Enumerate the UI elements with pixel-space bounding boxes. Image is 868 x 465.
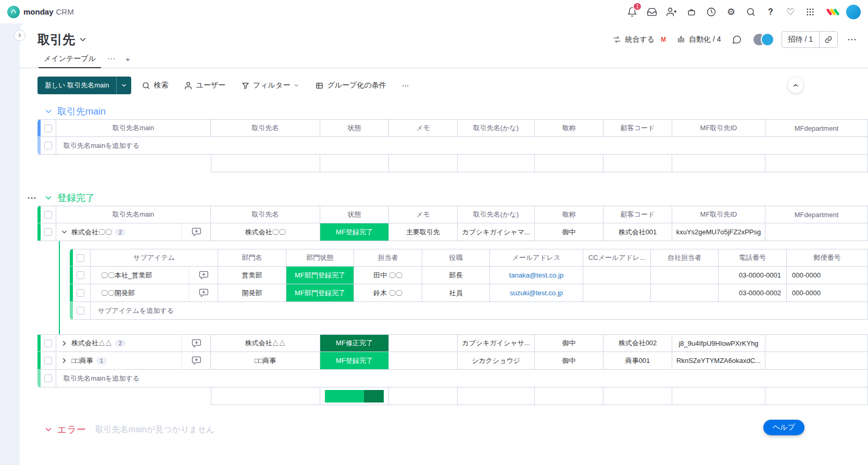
filter-button[interactable]: フィルター bbox=[236, 77, 305, 94]
invite-button[interactable]: 招待 / 1 bbox=[782, 32, 819, 47]
user-avatar[interactable] bbox=[846, 5, 861, 19]
honorific-cell[interactable]: 御中 bbox=[535, 334, 603, 352]
column-header[interactable]: メモ bbox=[389, 206, 458, 223]
kana-cell[interactable]: シカクショウジ bbox=[458, 352, 535, 370]
column-header[interactable]: MF取引先ID bbox=[672, 206, 765, 223]
add-view-button[interactable]: + bbox=[120, 55, 135, 68]
person-cell[interactable]: 田中 〇〇 bbox=[354, 267, 422, 284]
help-button[interactable]: ヘルプ bbox=[763, 420, 804, 435]
honorific-cell[interactable]: 御中 bbox=[535, 223, 603, 241]
group-chevron-icon[interactable] bbox=[44, 107, 53, 116]
group-drag-handle[interactable]: ⋯ bbox=[27, 192, 37, 204]
help-menu-button[interactable]: ? bbox=[763, 4, 778, 20]
subitem-row[interactable]: 〇〇開発部 開発部 MF部門登録完了 鈴木 〇〇 社員 suzuki@test.… bbox=[70, 284, 868, 302]
board-members[interactable] bbox=[752, 33, 774, 46]
add-item-button[interactable]: 取引先名mainを追加する bbox=[56, 137, 868, 155]
monday-product-icon[interactable] bbox=[825, 5, 840, 19]
status-cell[interactable]: MF部門登録完了 bbox=[286, 267, 354, 284]
open-updates-button[interactable] bbox=[181, 352, 210, 369]
email-cell[interactable]: suzuki@test.co.jp bbox=[490, 284, 583, 302]
owner-cell[interactable] bbox=[651, 267, 719, 284]
search-button[interactable] bbox=[743, 4, 759, 20]
subitem-name[interactable]: 〇〇開発部 bbox=[101, 288, 135, 298]
person-cell[interactable]: 鈴木 〇〇 bbox=[354, 284, 422, 302]
mf-department-cell[interactable] bbox=[765, 223, 868, 241]
customer-code-cell[interactable]: 株式会社001 bbox=[603, 223, 672, 241]
favorites-button[interactable]: ♡ bbox=[783, 4, 798, 20]
open-updates-button[interactable] bbox=[181, 223, 210, 241]
discussion-button[interactable] bbox=[728, 31, 745, 48]
mf-department-cell[interactable] bbox=[765, 352, 868, 370]
integrate-button[interactable]: 統合する M bbox=[612, 34, 669, 45]
select-all-checkbox[interactable] bbox=[44, 124, 52, 132]
column-header[interactable]: 郵便番号 bbox=[787, 249, 868, 267]
zip-cell[interactable]: 000-0000 bbox=[787, 284, 868, 302]
add-subitem-button[interactable]: サブアイテムを追加する bbox=[91, 302, 868, 320]
column-header[interactable]: サブアイテム bbox=[91, 249, 218, 267]
open-updates-button[interactable] bbox=[188, 284, 218, 301]
honorific-cell[interactable]: 御中 bbox=[535, 352, 603, 370]
zip-cell[interactable]: 000-0000 bbox=[787, 267, 868, 284]
group-title-error[interactable]: エラー 取引先名mainが見つかりません bbox=[44, 423, 868, 436]
status-cell[interactable]: MF部門登録完了 bbox=[286, 284, 354, 302]
group-title-registered[interactable]: ⋯ 登録完了 bbox=[44, 191, 868, 205]
column-header[interactable]: 取引先名 bbox=[211, 119, 320, 137]
column-header[interactable]: 役職 bbox=[422, 249, 490, 267]
open-updates-button[interactable] bbox=[181, 335, 210, 351]
customer-code-cell[interactable]: 商事001 bbox=[603, 352, 672, 370]
collapse-header-button[interactable] bbox=[788, 78, 803, 93]
row-checkbox[interactable] bbox=[44, 228, 52, 236]
column-header[interactable]: 取引先名 bbox=[211, 206, 320, 223]
notifications-button[interactable]: 1 bbox=[624, 4, 640, 20]
column-header[interactable]: MFdepartment bbox=[765, 119, 868, 137]
column-header[interactable]: MF取引先ID bbox=[672, 119, 765, 137]
settings-button[interactable]: ⚙ bbox=[723, 4, 739, 20]
new-item-button[interactable]: 新しい 取引先名main bbox=[37, 77, 131, 94]
open-updates-button[interactable] bbox=[188, 267, 218, 284]
status-cell[interactable]: MF登録完了 bbox=[320, 352, 389, 370]
product-switcher-button[interactable] bbox=[802, 4, 818, 20]
mf-id-cell[interactable]: kxuYs2geMU7o5jFZ2xPPsg bbox=[672, 223, 765, 241]
column-header[interactable]: 状態 bbox=[320, 206, 389, 223]
kana-cell[interactable]: カブシキガイシャマ... bbox=[458, 223, 535, 241]
item-name[interactable]: 株式会社△△ bbox=[71, 338, 112, 348]
column-header[interactable]: 電話番号 bbox=[719, 249, 787, 267]
memo-cell[interactable] bbox=[389, 334, 458, 352]
inbox-button[interactable] bbox=[644, 4, 660, 20]
collapse-subitems-icon[interactable] bbox=[60, 228, 68, 236]
row-checkbox[interactable] bbox=[44, 340, 52, 347]
group-chevron-icon[interactable] bbox=[44, 425, 53, 434]
mf-id-cell[interactable]: RknSZeYTYMZA6okaxdC... bbox=[672, 352, 765, 370]
column-header[interactable]: 取引先名main bbox=[56, 119, 211, 137]
column-header[interactable]: メールアドレス bbox=[490, 249, 583, 267]
mf-id-cell[interactable]: j8_9u4IfpU9HIowPXrKYhg bbox=[672, 334, 765, 352]
select-all-checkbox[interactable] bbox=[44, 211, 52, 219]
group-by-button[interactable]: グループ化の条件 bbox=[310, 77, 391, 94]
column-header[interactable]: 取引先名(かな) bbox=[458, 206, 535, 223]
memo-cell[interactable]: 主要取引先 bbox=[389, 223, 458, 241]
column-header[interactable]: 敬称 bbox=[535, 119, 603, 137]
mf-department-cell[interactable] bbox=[765, 334, 868, 352]
role-cell[interactable]: 社員 bbox=[422, 284, 490, 302]
column-header[interactable]: 部門名 bbox=[218, 249, 286, 267]
company-cell[interactable]: 株式会社〇〇 bbox=[211, 223, 320, 241]
column-header[interactable]: CCメールアドレ... bbox=[583, 249, 651, 267]
expand-subitems-icon[interactable] bbox=[60, 340, 68, 347]
phone-cell[interactable]: 03-0000-0002 bbox=[719, 284, 787, 302]
column-header[interactable]: 敬称 bbox=[535, 206, 603, 223]
table-row[interactable]: □□商事 1 □□商事 MF登録完了 シカクショウジ 御中 商事001 RknS… bbox=[37, 352, 868, 370]
column-header[interactable]: 取引先名(かな) bbox=[458, 119, 535, 137]
toolbar-more-button[interactable]: ⋯ bbox=[397, 77, 414, 94]
column-header[interactable]: 顧客コード bbox=[603, 119, 672, 137]
column-header[interactable]: 自社担当者 bbox=[651, 249, 719, 267]
recent-activity-button[interactable] bbox=[703, 4, 719, 20]
subitem-name[interactable]: 〇〇本社_営業部 bbox=[101, 271, 152, 280]
select-all-checkbox[interactable] bbox=[77, 254, 84, 262]
dept-cell[interactable]: 営業部 bbox=[218, 267, 286, 284]
item-name[interactable]: □□商事 bbox=[71, 356, 93, 366]
column-header[interactable]: MFdepartment bbox=[765, 206, 868, 223]
add-item-button[interactable]: 取引先名mainを追加する bbox=[56, 370, 868, 387]
item-name[interactable]: 株式会社〇〇 bbox=[71, 228, 112, 237]
email-cell[interactable]: tanaka@test.co.jp bbox=[490, 267, 583, 284]
status-cell[interactable]: MF修正完了 bbox=[320, 334, 389, 352]
